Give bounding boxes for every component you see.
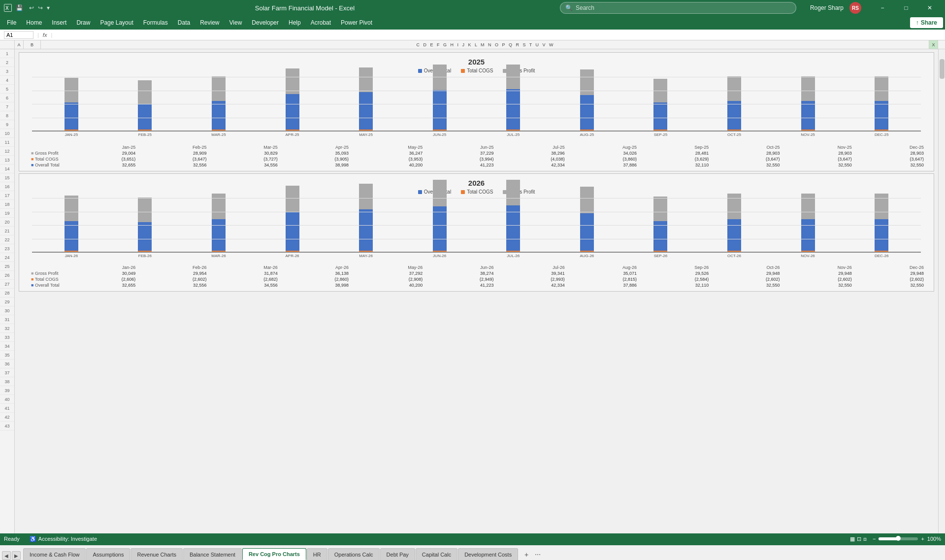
- cogs-value: (3,953): [351, 156, 424, 162]
- redo-icon[interactable]: ↪: [38, 4, 43, 11]
- bar-gray-APR-25: [286, 68, 299, 94]
- main-grid: 1234567891011121314151617181920212223242…: [0, 49, 945, 533]
- bar-orange-MAY-25: [359, 130, 373, 131]
- tab-income-cashflow[interactable]: Income & Cash Flow: [23, 548, 86, 560]
- gp-value: 36,247: [351, 150, 424, 156]
- add-sheet-button[interactable]: +: [521, 549, 532, 560]
- gp-value: 28,903: [782, 150, 854, 156]
- page-break-view-icon[interactable]: ⧈: [863, 536, 867, 542]
- bar-blue-OCT-26: [727, 219, 741, 251]
- tab-assumptions[interactable]: Assumptions: [86, 548, 130, 560]
- tab-prev-icon[interactable]: ◀: [2, 551, 11, 560]
- zoom-slider[interactable]: [879, 537, 918, 540]
- zoom-level: 100%: [927, 536, 941, 542]
- bar-label-JUN-25: JUN-25: [403, 132, 477, 137]
- th-Jan-26: Jan-26: [66, 264, 137, 270]
- bar-label-JUL-25: JUL-25: [476, 132, 550, 137]
- cogs-value: (2,584): [639, 276, 711, 282]
- menu-review[interactable]: Review: [195, 16, 224, 30]
- tab-rev-cog-pro-charts[interactable]: Rev Cog Pro Charts: [242, 548, 306, 560]
- share-button[interactable]: ↑ Share: [910, 17, 943, 28]
- window-title: Solar Farm Financial Model - Excel: [50, 4, 560, 12]
- zoom-out-icon[interactable]: −: [873, 536, 876, 542]
- menu-home[interactable]: Home: [21, 16, 47, 30]
- menu-developer[interactable]: Developer: [247, 16, 284, 30]
- row-num-30: 30: [0, 306, 14, 315]
- tab-next-icon[interactable]: ▶: [12, 551, 21, 560]
- vertical-scrollbar[interactable]: [938, 49, 945, 533]
- bar-orange-JAN-26: [65, 251, 78, 252]
- bar-blue-JUN-25: [433, 90, 447, 130]
- menu-insert[interactable]: Insert: [47, 16, 71, 30]
- menu-power-pivot[interactable]: Power Pivot: [336, 16, 377, 30]
- menu-page-layout[interactable]: Page Layout: [95, 16, 138, 30]
- legend-2026-total-cogs: Total COGS: [461, 189, 493, 195]
- customize-icon[interactable]: ▾: [47, 4, 50, 11]
- menu-file[interactable]: File: [2, 16, 21, 30]
- tab-development-costs[interactable]: Development Costs: [458, 548, 518, 560]
- bar-group-OCT-26: [727, 194, 741, 252]
- save-icon[interactable]: 💾: [16, 4, 23, 11]
- bar-group-MAR-25: [212, 76, 226, 131]
- th-Jul-26: Jul-26: [495, 264, 566, 270]
- user-avatar[interactable]: RS: [849, 2, 861, 14]
- minimize-button[interactable]: −: [871, 0, 894, 16]
- bar-blue-JUL-25: [506, 89, 520, 130]
- bar-group-AUG-25: [580, 69, 594, 131]
- bar-gray-OCT-26: [727, 194, 741, 219]
- menu-view[interactable]: View: [225, 16, 247, 30]
- total-value: 37,886: [567, 162, 639, 168]
- gp-value: 28,903: [711, 150, 782, 156]
- th-Nov-25: Nov-25: [782, 144, 854, 150]
- th-Jul-25: Jul-25: [495, 144, 566, 150]
- maximize-button[interactable]: □: [895, 0, 917, 16]
- tab-revenue-charts[interactable]: Revenue Charts: [130, 548, 183, 560]
- bar-blue-SEP-25: [653, 102, 667, 130]
- gp-value: 36,138: [280, 270, 351, 276]
- total-value: 37,886: [567, 282, 639, 288]
- search-box[interactable]: 🔍 Search: [560, 2, 796, 14]
- menu-acrobat[interactable]: Acrobat: [306, 16, 336, 30]
- total-value: 42,334: [495, 282, 566, 288]
- sheet-options-icon[interactable]: ⋯: [533, 549, 543, 560]
- menu-formulas[interactable]: Formulas: [138, 16, 173, 30]
- bar-blue-APR-26: [286, 212, 299, 251]
- chart-2026-legend: Overall Total Total COGS Gross Profit: [27, 189, 926, 195]
- scrollbar-thumb[interactable]: [940, 59, 945, 79]
- gp-value: 38,274: [424, 270, 495, 276]
- row-num-38: 38: [0, 377, 14, 386]
- row-num-7: 7: [0, 102, 14, 111]
- bar-orange-SEP-25: [653, 130, 667, 131]
- total-value: 32,550: [854, 282, 926, 288]
- gp-value: 31,874: [209, 270, 280, 276]
- total-value: 42,334: [495, 162, 566, 168]
- row-num-13: 13: [0, 156, 14, 165]
- menu-data[interactable]: Data: [173, 16, 195, 30]
- th-Apr-26: Apr-26: [280, 264, 351, 270]
- tab-balance-statement[interactable]: Balance Statement: [183, 548, 242, 560]
- tab-hr[interactable]: HR: [307, 548, 327, 560]
- col-header-B: B: [24, 40, 41, 49]
- bar-label-FEB-26: FEB-26: [108, 254, 182, 258]
- ready-status: Ready: [4, 536, 20, 542]
- normal-view-icon[interactable]: ▦: [850, 536, 855, 542]
- tab-operations-calc[interactable]: Operations Calc: [328, 548, 380, 560]
- bar-orange-APR-26: [286, 251, 299, 252]
- bar-orange-MAR-26: [212, 251, 226, 252]
- bar-blue-AUG-26: [580, 213, 594, 251]
- bar-blue-FEB-25: [138, 104, 152, 130]
- bar-label-AUG-26: AUG-26: [550, 254, 624, 258]
- menu-draw[interactable]: Draw: [71, 16, 95, 30]
- menu-help[interactable]: Help: [284, 16, 306, 30]
- tab-capital-calc[interactable]: Capital Calc: [416, 548, 457, 560]
- name-box[interactable]: [4, 31, 33, 39]
- tab-debt-pay[interactable]: Debt Pay: [380, 548, 415, 560]
- bar-orange-AUG-25: [580, 130, 594, 131]
- undo-icon[interactable]: ↩: [29, 4, 34, 11]
- row-num-31: 31: [0, 315, 14, 324]
- page-layout-view-icon[interactable]: ⊡: [857, 536, 861, 542]
- cogs-value: (2,602): [854, 276, 926, 282]
- zoom-control: − + 100%: [873, 536, 941, 542]
- close-button[interactable]: ✕: [918, 0, 941, 16]
- zoom-in-icon[interactable]: +: [921, 536, 924, 542]
